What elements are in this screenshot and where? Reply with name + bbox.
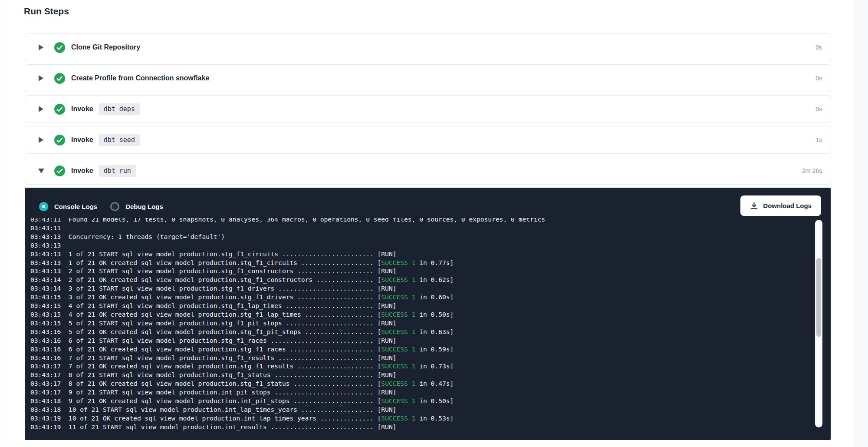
step-label: Invoke: [71, 167, 93, 175]
log-line: 03:43:13 1 of 21 OK created sql view mod…: [30, 258, 786, 267]
log-type-switcher: Console Logs Debug Logs: [39, 201, 163, 212]
log-line: 03:43:15 4 of 21 OK created sql view mod…: [30, 310, 786, 319]
page-right-gutter: [854, 0, 868, 447]
radio-unselected-icon[interactable]: [110, 202, 119, 211]
log-line: 03:43:13 2 of 21 START sql view model pr…: [30, 267, 786, 275]
caret-right-icon: [39, 75, 43, 81]
expand-caret-icon[interactable]: [38, 106, 44, 112]
step-label: Invoke: [71, 105, 93, 113]
log-line: 03:43:17 8 of 21 START sql view model pr…: [30, 371, 786, 379]
collapse-caret-icon[interactable]: [38, 169, 44, 173]
log-line: 03:43:14 3 of 21 START sql view model pr…: [30, 284, 786, 293]
log-line: 03:43:13 1 of 21 START sql view model pr…: [30, 250, 786, 258]
log-line: 03:43:16 5 of 21 OK created sql view mod…: [30, 328, 786, 336]
log-line: 03:43:19 11 of 21 START sql view model p…: [30, 423, 786, 431]
console-scrollbar-track[interactable]: [815, 220, 822, 427]
expand-caret-icon[interactable]: [38, 137, 44, 143]
expand-caret-icon[interactable]: [38, 44, 44, 50]
page-left-border: [4, 0, 4, 447]
success-check-icon: [54, 135, 65, 146]
caret-right-icon: [39, 106, 43, 112]
success-check-icon: [54, 104, 65, 115]
log-line: 03:43:18 9 of 21 OK created sql view mod…: [30, 397, 786, 405]
log-console-panel: Console Logs Debug Logs Download Logs 03…: [25, 188, 831, 440]
step-label: Create Profile from Connection snowflake: [71, 74, 209, 82]
log-line: 03:43:17 7 of 21 OK created sql view mod…: [30, 362, 786, 371]
success-check-icon: [54, 73, 65, 84]
radio-selected-icon[interactable]: [39, 202, 48, 211]
step-duration: 0s: [815, 44, 822, 51]
console-logs-radio[interactable]: Console Logs: [39, 202, 97, 211]
console-logs-label: Console Logs: [54, 203, 97, 210]
run-step-invoke-dbt-seed[interactable]: Invoke dbt seed 1s: [25, 126, 831, 154]
log-line: 03:43:17 9 of 21 START sql view model pr…: [30, 388, 786, 397]
log-line: 03:43:16 6 of 21 START sql view model pr…: [30, 336, 786, 345]
caret-right-icon: [39, 44, 43, 50]
command-badge: dbt seed: [99, 134, 140, 146]
step-duration: 2m 26s: [802, 167, 822, 174]
page-title: Run Steps: [24, 6, 69, 17]
section-divider: [13, 444, 838, 444]
log-line: 03:43:19 10 of 21 OK created sql view mo…: [30, 414, 786, 423]
log-line: 03:43:15 5 of 21 START sql view model pr…: [30, 319, 786, 328]
debug-logs-radio[interactable]: Debug Logs: [110, 202, 163, 211]
log-line: 03:43:11 Found 21 models, 17 tests, 0 sn…: [30, 218, 786, 224]
command-badge: dbt run: [99, 165, 136, 177]
download-logs-button[interactable]: Download Logs: [740, 195, 821, 216]
log-line: 03:43:13 Concurrency: 1 threads (target=…: [30, 232, 786, 241]
download-icon: [750, 202, 758, 210]
step-duration: 0s: [815, 75, 822, 82]
console-scrollbar-thumb[interactable]: [816, 258, 821, 337]
step-label: Invoke: [71, 136, 93, 144]
run-step-clone-git-repository[interactable]: Clone Git Repository 0s: [25, 33, 831, 61]
log-line: 03:43:16 7 of 21 START sql view model pr…: [30, 354, 786, 362]
success-check-icon: [54, 166, 65, 176]
console-log-output[interactable]: 03:43:11 Found 21 models, 17 tests, 0 sn…: [30, 218, 786, 434]
log-line: 03:43:14 2 of 21 OK created sql view mod…: [30, 275, 786, 284]
log-line: 03:43:13: [30, 241, 786, 250]
log-line: 03:43:15 3 of 21 OK created sql view mod…: [30, 293, 786, 301]
download-logs-label: Download Logs: [763, 202, 812, 209]
log-line: 03:43:16 6 of 21 OK created sql view mod…: [30, 345, 786, 354]
success-check-icon: [54, 42, 65, 53]
command-badge: dbt deps: [99, 103, 140, 115]
debug-logs-label: Debug Logs: [125, 203, 163, 210]
log-line: 03:43:17 8 of 21 OK created sql view mod…: [30, 379, 786, 388]
run-step-invoke-dbt-deps[interactable]: Invoke dbt deps 0s: [25, 95, 831, 123]
log-line: 03:43:15 4 of 21 START sql view model pr…: [30, 301, 786, 310]
caret-right-icon: [39, 137, 43, 143]
step-duration: 0s: [815, 106, 822, 113]
expand-caret-icon[interactable]: [38, 75, 44, 81]
caret-down-icon: [38, 169, 44, 173]
run-step-create-profile[interactable]: Create Profile from Connection snowflake…: [25, 64, 831, 92]
log-line: 03:43:18 10 of 21 START sql view model p…: [30, 405, 786, 414]
step-label: Clone Git Repository: [71, 43, 140, 51]
step-duration: 1s: [815, 136, 822, 143]
log-line: 03:43:11: [30, 224, 786, 232]
run-step-invoke-dbt-run[interactable]: Invoke dbt run 2m 26s: [25, 157, 831, 185]
